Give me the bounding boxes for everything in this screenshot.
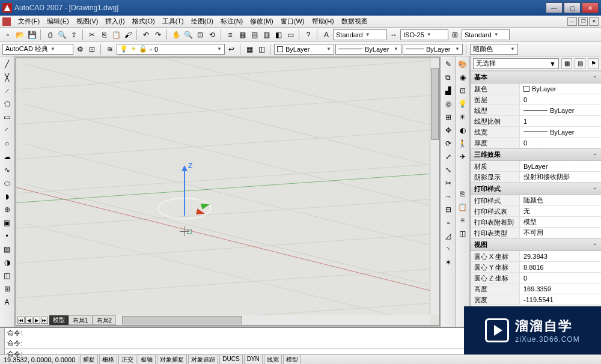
tab-first-button[interactable]: ⏮ bbox=[17, 317, 25, 324]
join-icon[interactable]: ⧜ bbox=[442, 217, 454, 229]
sun-icon[interactable]: ☀ bbox=[457, 111, 469, 123]
prop-value[interactable]: 169.3359 bbox=[520, 284, 601, 294]
mdi-close-button[interactable]: ✕ bbox=[589, 17, 599, 26]
prop-row[interactable]: 材质ByLayer bbox=[471, 161, 601, 172]
visualstyle-icon[interactable]: ◐ bbox=[457, 124, 469, 136]
menu-format[interactable]: 格式(O) bbox=[129, 16, 159, 27]
print-icon[interactable]: ⎙ bbox=[44, 29, 55, 40]
zoom-win-icon[interactable]: ⊡ bbox=[195, 29, 206, 40]
menu-help[interactable]: 帮助(H) bbox=[308, 16, 338, 27]
rotate-icon[interactable]: ⟳ bbox=[442, 138, 454, 150]
menu-view[interactable]: 视图(V) bbox=[73, 16, 102, 27]
layer-tools-icon[interactable]: ◫ bbox=[256, 44, 267, 55]
cut-icon[interactable]: ✂ bbox=[87, 29, 97, 40]
menu-tools[interactable]: 工具(T) bbox=[159, 16, 188, 27]
prop-row[interactable]: 打印表类型不可用 bbox=[471, 228, 601, 238]
status-toggle-1[interactable]: 栅格 bbox=[99, 354, 117, 365]
tab-prev-button[interactable]: ◀ bbox=[25, 317, 32, 324]
prop-row[interactable]: 阴影显示投射和接收阴影 bbox=[471, 172, 601, 183]
misc-icon[interactable]: ◫ bbox=[457, 228, 469, 240]
undo-icon[interactable]: ↶ bbox=[141, 29, 151, 40]
array-icon[interactable]: ⊞ bbox=[442, 111, 454, 123]
fly-icon[interactable]: ✈ bbox=[457, 151, 469, 163]
move-icon[interactable]: ✥ bbox=[442, 124, 454, 136]
prop-value[interactable]: ByLayer bbox=[520, 105, 601, 115]
tab-layout2[interactable]: 布局2 bbox=[93, 315, 117, 325]
trim-icon[interactable]: ✂ bbox=[442, 177, 454, 189]
command-grip[interactable] bbox=[0, 328, 5, 354]
qselect-icon[interactable]: ⚑ bbox=[588, 58, 599, 69]
scale-icon[interactable]: ⤢ bbox=[442, 151, 454, 163]
status-toggle-6[interactable]: DUCS bbox=[219, 354, 242, 365]
layer-dropdown[interactable]: 💡☀🔓▫ 0▼ bbox=[117, 44, 225, 55]
prop-value[interactable]: 0 bbox=[520, 273, 601, 283]
prop-row[interactable]: 打印样式表无 bbox=[471, 206, 601, 217]
prop-group-header[interactable]: 基本⌄ bbox=[471, 71, 601, 83]
prop-row[interactable]: 厚度0 bbox=[471, 138, 601, 148]
extend-icon[interactable]: → bbox=[442, 190, 454, 202]
drawing-viewport[interactable]: Z ⏮ ◀ ▶ ⏭ 模型 布局1 布局2 bbox=[16, 58, 440, 326]
dimstyle-dropdown[interactable]: ISO-25▼ bbox=[400, 29, 448, 40]
stretch-icon[interactable]: ⤡ bbox=[442, 164, 454, 176]
open-icon[interactable]: 📂 bbox=[14, 29, 25, 40]
gradient-icon[interactable]: ◑ bbox=[1, 256, 13, 268]
maximize-button[interactable]: ▢ bbox=[564, 2, 581, 13]
lights-icon[interactable]: 💡 bbox=[457, 98, 469, 110]
color-dropdown[interactable]: ByLayer▼ bbox=[274, 44, 334, 55]
prop-group-header[interactable]: 打印样式⌄ bbox=[471, 183, 601, 195]
menu-draw[interactable]: 绘图(D) bbox=[188, 16, 217, 27]
layer-state-icon[interactable]: ▦ bbox=[244, 44, 255, 55]
copy-obj-icon[interactable]: ⧉ bbox=[442, 71, 454, 83]
prop-value[interactable]: 随颜色 bbox=[520, 195, 601, 205]
save-icon[interactable]: 💾 bbox=[26, 29, 37, 40]
polyline-icon[interactable]: ⟋ bbox=[1, 85, 13, 97]
prop-value[interactable]: -119.5541 bbox=[520, 294, 601, 305]
viewport-vscroll[interactable] bbox=[430, 58, 439, 315]
prop-value[interactable]: ByLayer bbox=[520, 127, 601, 137]
linetype-dropdown[interactable]: ByLayer▼ bbox=[335, 44, 401, 55]
props2-icon[interactable]: ≡ bbox=[457, 214, 469, 226]
xline-icon[interactable]: ╳ bbox=[1, 71, 13, 83]
tab-layout1[interactable]: 布局1 bbox=[69, 315, 93, 325]
prop-value[interactable]: 不可用 bbox=[520, 228, 601, 238]
status-toggle-2[interactable]: 正交 bbox=[118, 354, 136, 365]
chamfer-icon[interactable]: ◿ bbox=[442, 230, 454, 242]
prop-row[interactable]: 线型比例1 bbox=[471, 116, 601, 127]
prop-value[interactable]: 0 bbox=[520, 94, 601, 105]
prop-group-header[interactable]: 三维效果⌄ bbox=[471, 148, 601, 161]
revcloud-icon[interactable]: ☁ bbox=[1, 151, 13, 163]
mirror-icon[interactable]: ▟ bbox=[442, 85, 454, 97]
copy2-icon[interactable]: ⎘ bbox=[457, 188, 469, 200]
workspace-dropdown[interactable]: AutoCAD 经典▼ bbox=[2, 44, 73, 55]
prop-row[interactable]: 高度169.3359 bbox=[471, 284, 601, 294]
dimstyle-icon[interactable]: ↔ bbox=[388, 29, 399, 40]
circle-icon[interactable]: ○ bbox=[1, 138, 13, 150]
minimize-button[interactable]: — bbox=[546, 2, 563, 13]
textstyle-icon[interactable]: A bbox=[321, 29, 332, 40]
workspace-lock-icon[interactable]: ⊡ bbox=[87, 44, 97, 55]
tab-model[interactable]: 模型 bbox=[49, 315, 69, 325]
pickfilter-icon[interactable]: ▤ bbox=[575, 58, 585, 69]
status-toggle-8[interactable]: 线宽 bbox=[264, 354, 282, 365]
prop-value[interactable]: 1 bbox=[520, 116, 601, 126]
paste2-icon[interactable]: 📋 bbox=[457, 201, 469, 213]
region-icon[interactable]: ◫ bbox=[1, 270, 13, 282]
close-button[interactable]: ✕ bbox=[582, 2, 599, 13]
mapping-icon[interactable]: ⊡ bbox=[457, 85, 469, 97]
prop-row[interactable]: 颜色ByLayer bbox=[471, 83, 601, 94]
mdi-restore-button[interactable]: ❐ bbox=[578, 17, 588, 26]
toolpalette-icon[interactable]: ▤ bbox=[249, 29, 260, 40]
line-icon[interactable]: ╱ bbox=[1, 58, 13, 70]
sheetset-icon[interactable]: ▥ bbox=[261, 29, 272, 40]
rectangle-icon[interactable]: ▭ bbox=[1, 111, 13, 123]
status-toggle-7[interactable]: DYN bbox=[244, 354, 263, 365]
menu-dimension[interactable]: 标注(N) bbox=[217, 16, 246, 27]
zoom-icon[interactable]: 🔍 bbox=[183, 29, 194, 40]
prop-value[interactable]: 0 bbox=[520, 138, 601, 148]
viewport-hscroll[interactable] bbox=[116, 315, 430, 325]
prop-row[interactable]: 线型ByLayer bbox=[471, 105, 601, 116]
ellipsearc-icon[interactable]: ◗ bbox=[1, 190, 13, 202]
point-icon[interactable]: • bbox=[1, 230, 13, 242]
prop-value[interactable]: 无 bbox=[520, 206, 601, 216]
arc-icon[interactable]: ◜ bbox=[1, 124, 13, 136]
